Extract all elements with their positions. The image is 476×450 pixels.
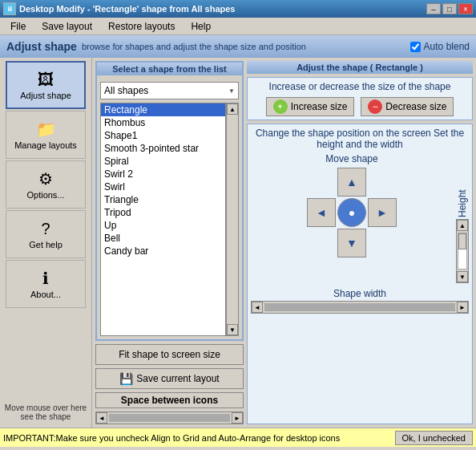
move-center-button[interactable]: ● — [337, 198, 366, 227]
shapes-list[interactable]: Rectangle Rhombus Shape1 Smooth 3-pointe… — [100, 103, 226, 336]
height-scroll-down-button[interactable]: ▼ — [457, 271, 468, 282]
sidebar-label-options: Options... — [26, 190, 64, 200]
about-icon: ℹ — [42, 269, 49, 288]
size-title: Increase or decrease the size of the sha… — [251, 81, 469, 92]
sidebar-label-manage-layouts: Manage layouts — [14, 140, 77, 150]
auto-blend-label: Auto blend — [424, 41, 470, 52]
manage-layouts-icon: 📁 — [36, 120, 56, 139]
adjust-shape-icon: 🖼 — [38, 71, 54, 89]
important-bar: IMPORTANT:Make sure you uncheck Align to… — [0, 428, 476, 447]
list-item[interactable]: Tripod — [101, 206, 225, 219]
height-label: Height — [457, 153, 468, 217]
height-scroll-up-button[interactable]: ▲ — [457, 220, 468, 231]
sidebar-item-about[interactable]: ℹ About... — [6, 260, 86, 308]
menu-save-layout[interactable]: Save layout — [34, 18, 99, 34]
window-controls: – □ × — [426, 3, 473, 14]
height-scrollbar[interactable]: ▲ ▼ — [456, 219, 469, 283]
increase-icon: + — [273, 99, 288, 114]
sidebar: 🖼 Adjust shape 📁 Manage layouts ⚙ Option… — [0, 58, 92, 428]
width-scroll-left-button[interactable]: ◄ — [252, 302, 263, 313]
space-scrollbar[interactable]: ◄ ► — [95, 411, 244, 424]
maximize-button[interactable]: □ — [442, 3, 457, 14]
list-item[interactable]: Rhombus — [101, 116, 225, 129]
sidebar-item-manage-layouts[interactable]: 📁 Manage layouts — [6, 111, 86, 159]
auto-blend-control: Auto blend — [410, 41, 470, 52]
sidebar-label-get-help: Get help — [29, 240, 63, 249]
directional-pad: ▲ ◄ ● ► ▼ — [307, 168, 397, 257]
width-scroll-right-button[interactable]: ► — [457, 302, 468, 313]
right-panel: Adjust the shape ( Rectangle ) Increase … — [247, 61, 473, 424]
decrease-size-button[interactable]: − Decrease size — [361, 97, 454, 116]
move-left-button[interactable]: ◄ — [307, 198, 336, 227]
space-scroll-right-button[interactable]: ► — [232, 412, 243, 424]
window-title: Desktop Modify - 'Rectangle' shape from … — [19, 4, 236, 14]
content-area: Select a shape from the list All shapes … — [92, 58, 476, 428]
move-down-button[interactable]: ▼ — [337, 229, 366, 257]
list-container: Rectangle Rhombus Shape1 Smooth 3-pointe… — [100, 103, 239, 336]
list-item[interactable]: Smooth 3-pointed star — [101, 142, 225, 155]
list-item[interactable]: Spiral — [101, 155, 225, 168]
floppy-icon: 💾 — [119, 372, 133, 385]
space-scrollbar-thumb — [109, 414, 230, 422]
important-text: IMPORTANT:Make sure you uncheck Align to… — [3, 433, 392, 443]
menu-bar: File Save layout Restore layouts Help — [0, 18, 476, 35]
list-item[interactable]: Swirl — [101, 180, 225, 193]
height-scroll-container: Height ▲ ▼ — [456, 153, 469, 283]
list-item[interactable]: Shape1 — [101, 129, 225, 142]
save-layout-button[interactable]: 💾 Save current layout — [95, 368, 244, 389]
list-item[interactable]: Bell — [101, 232, 225, 245]
left-panel: Select a shape from the list All shapes … — [95, 61, 244, 424]
list-item[interactable]: Candy bar — [101, 245, 225, 257]
menu-restore-layouts[interactable]: Restore layouts — [101, 18, 182, 34]
space-between-label: Space between icons — [95, 392, 244, 408]
position-title: Change the shape position on the screen … — [251, 128, 469, 150]
menu-help[interactable]: Help — [184, 18, 218, 34]
auto-blend-checkbox[interactable] — [410, 42, 421, 52]
scroll-up-button[interactable]: ▲ — [227, 103, 238, 115]
page-description: browse for shapes and adjust the shape s… — [82, 42, 405, 51]
select-panel-header: Select a shape from the list — [97, 63, 242, 75]
height-scroll-track — [458, 233, 467, 270]
move-up-button[interactable]: ▲ — [337, 168, 366, 197]
chevron-down-icon: ▼ — [228, 87, 235, 95]
size-section: Increase or decrease the size of the sha… — [247, 77, 473, 120]
list-item[interactable]: Triangle — [101, 193, 225, 206]
list-item[interactable]: Up — [101, 219, 225, 232]
width-label: Shape width — [251, 288, 469, 299]
height-scroll-thumb — [458, 233, 466, 249]
dropdown-value: All shapes — [104, 85, 148, 96]
width-scrollbar[interactable]: ◄ ► — [251, 301, 469, 314]
dpad-empty-bl — [307, 229, 336, 257]
move-area: Move shape ▲ ◄ ● ► ▼ — [251, 153, 469, 283]
move-controls: Move shape ▲ ◄ ● ► ▼ — [251, 153, 453, 283]
scroll-down-button[interactable]: ▼ — [227, 324, 238, 335]
menu-file[interactable]: File — [3, 18, 33, 34]
shapes-dropdown[interactable]: All shapes ▼ — [100, 82, 239, 99]
list-item[interactable]: Rectangle — [101, 103, 225, 116]
list-item[interactable]: Swirl 2 — [101, 168, 225, 180]
decrease-icon: − — [368, 99, 382, 114]
move-label: Move shape — [325, 153, 377, 164]
minimize-button[interactable]: – — [426, 3, 441, 14]
sidebar-item-get-help[interactable]: ? Get help — [6, 210, 86, 258]
page-title: Adjust shape — [6, 40, 77, 53]
close-button[interactable]: × — [458, 3, 473, 14]
fit-shape-button[interactable]: Fit shape to screen size — [95, 344, 244, 365]
sidebar-label-adjust-shape: Adjust shape — [20, 91, 71, 100]
dpad-empty-br — [368, 229, 397, 257]
increase-size-button[interactable]: + Increase size — [266, 97, 355, 116]
width-scrollbar-thumb — [264, 303, 455, 311]
list-scrollbar[interactable]: ▲ ▼ — [226, 103, 239, 336]
panels-row: Select a shape from the list All shapes … — [95, 61, 473, 424]
move-right-button[interactable]: ► — [368, 198, 397, 227]
main-layout: 🖼 Adjust shape 📁 Manage layouts ⚙ Option… — [0, 58, 476, 428]
dpad-empty-tr — [368, 168, 397, 197]
decrease-label: Decrease size — [385, 101, 446, 112]
sidebar-item-adjust-shape[interactable]: 🖼 Adjust shape — [6, 61, 86, 109]
title-bar: 🖥 Desktop Modify - 'Rectangle' shape fro… — [0, 0, 476, 18]
space-scroll-left-button[interactable]: ◄ — [96, 412, 107, 424]
adjust-panel-header: Adjust the shape ( Rectangle ) — [247, 61, 473, 74]
sidebar-item-options[interactable]: ⚙ Options... — [6, 160, 86, 209]
ok-button[interactable]: Ok, I unchecked — [395, 431, 474, 445]
sidebar-hint: Move mouse over here see the shape — [0, 313, 91, 424]
